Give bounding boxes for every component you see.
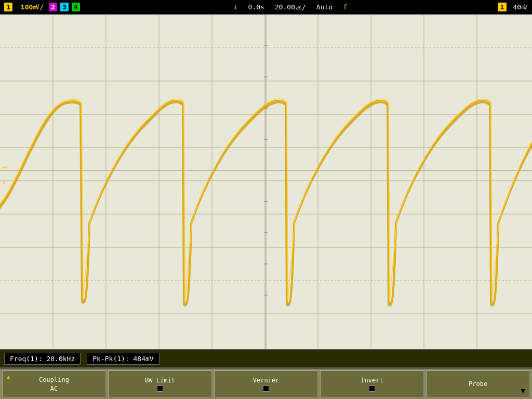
invert-indicator [369,385,375,392]
timebase: 20.00㎲/ [275,3,306,12]
coupling-label-bot: AC [50,385,58,392]
ch2-number: 2 [49,3,57,11]
trigger-slope-icon: f [343,3,347,11]
pkpk-label: Pk-Pk(1): [92,355,129,363]
vernier-indicator [263,385,269,392]
pkpk-value: 484mV [134,355,154,363]
trigger-mode: Auto [316,3,332,11]
ch1-scale: 100㎷/ [16,3,49,12]
waveform-svg [0,15,532,349]
ch3-number: 3 [60,3,69,11]
down-arrow-icon: ▼ [521,387,525,395]
freq-value: 20.0kHz [46,355,75,363]
main-display: ↔ ↕ [0,15,532,349]
bw-limit-label: BW Limit [145,377,175,384]
up-arrow-icon: ▲ [7,374,10,380]
vernier-label: Vernier [253,377,280,384]
trigger-arrow-icon: ⬇ [233,3,237,11]
ch4-number: 4 [72,3,80,11]
freq-measurement: Freq(1): 20.0kHz [4,353,81,365]
oscilloscope: 1 100㎷/ 2 3 4 ⬇ 0.0s 20.00㎲/ Auto f 1 40… [0,0,532,399]
trigger-ch-box: 1 [498,3,507,11]
top-center: ⬇ 0.0s 20.00㎲/ Auto f [83,3,498,12]
time-position: 0.0s [248,3,264,11]
vernier-button[interactable]: Vernier [214,370,318,397]
ch1-trigger-marker: ↕ [2,178,6,186]
trigger-level: 40㎷ [513,3,528,12]
probe-label: Probe [469,380,487,388]
top-bar: 1 100㎷/ 2 3 4 ⬇ 0.0s 20.00㎲/ Auto f 1 40… [0,0,532,15]
pkpk-measurement: Pk-Pk(1): 484mV [87,353,159,365]
coupling-button[interactable]: ▲ Coupling AC [2,370,106,397]
ch1-gnd-marker: ↔ [2,163,7,171]
invert-label: Invert [361,377,383,384]
invert-button[interactable]: Invert [320,370,424,397]
ch1-number: 1 [4,3,12,11]
bw-limit-indicator [157,385,163,392]
button-bar: ▲ Coupling AC BW Limit Vernier Invert Pr… [0,368,532,399]
top-right: 1 40㎷ [498,3,528,12]
coupling-label-top: Coupling [39,376,69,383]
ch1-cursor-icon: ↕ [2,178,6,186]
probe-button[interactable]: Probe ▼ [426,370,530,397]
measurement-bar: Freq(1): 20.0kHz Pk-Pk(1): 484mV [0,349,532,368]
ch1-marker-icon: ↔ [2,163,7,171]
freq-label: Freq(1): [10,355,43,363]
bw-limit-button[interactable]: BW Limit [108,370,212,397]
